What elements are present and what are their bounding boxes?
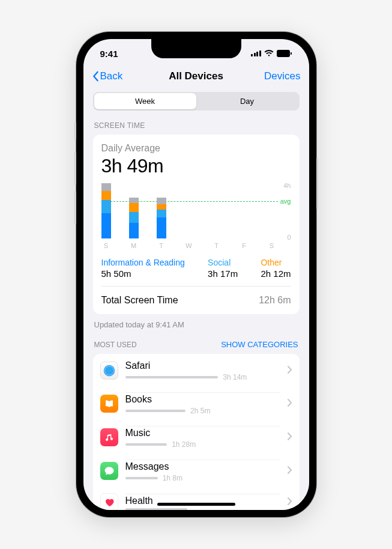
app-icon-safari [100, 362, 118, 380]
wifi-icon [264, 50, 274, 57]
chart-bar-t[interactable] [157, 198, 166, 238]
status-time: 9:41 [100, 49, 118, 59]
svg-rect-1 [291, 52, 292, 55]
screen-time-card: Daily Average 3h 49m 4h avg 0 SMTWTFS In… [93, 135, 300, 314]
app-icon-books [100, 395, 118, 413]
total-screen-time-row[interactable]: Total Screen Time 12h 6m [101, 287, 291, 314]
app-icon-messages [100, 462, 118, 480]
notch [151, 39, 241, 58]
app-name: Music [125, 428, 280, 438]
chart-day-label: S [101, 242, 111, 249]
chevron-right-icon [288, 365, 292, 376]
total-value: 12h 6m [259, 295, 291, 306]
app-usage-bar [125, 410, 186, 412]
daily-average-label: Daily Average [101, 143, 291, 154]
devices-button[interactable]: Devices [264, 70, 300, 82]
chevron-right-icon [288, 497, 292, 508]
cat-other-value: 2h 12m [261, 268, 291, 279]
chart-day-label: F [240, 242, 249, 249]
chart-ytick-bottom: 0 [287, 234, 291, 241]
phone-frame: 9:41 Back All Devices Devices Week [76, 32, 316, 517]
chart-bar-s[interactable] [101, 183, 111, 238]
app-usage-bar [125, 508, 187, 510]
category-breakdown: Information & Reading 5h 50m Social 3h 1… [101, 258, 291, 287]
chevron-right-icon [288, 432, 292, 443]
screen-time-chart[interactable]: 4h avg 0 SMTWTFS [101, 183, 291, 248]
app-usage-bar [125, 376, 219, 378]
chart-ytick-top: 4h [283, 182, 291, 189]
app-row-books[interactable]: Books 2h 5m [93, 387, 300, 420]
segment-day[interactable]: Day [196, 93, 298, 109]
app-row-safari[interactable]: Safari 3h 14m [93, 354, 300, 387]
app-row-health[interactable]: Health [93, 488, 300, 510]
svg-point-4 [104, 366, 113, 375]
chart-bar-m[interactable] [129, 198, 139, 238]
total-label: Total Screen Time [101, 295, 178, 306]
chevron-right-icon [288, 466, 292, 476]
cellular-icon [251, 50, 261, 56]
back-button[interactable]: Back [92, 70, 123, 82]
app-name: Messages [125, 461, 280, 472]
updated-time: Updated today at 9:41 AM [94, 320, 298, 329]
app-usage-bar [125, 443, 167, 446]
chevron-right-icon [288, 398, 292, 409]
app-time: 1h 8m [163, 474, 182, 482]
app-icon-health [100, 493, 118, 510]
app-time: 2h 5m [190, 407, 210, 415]
chart-day-label: M [129, 242, 139, 249]
section-label-most-used: MOST USED [94, 341, 137, 349]
cat-info-value: 5h 50m [101, 268, 185, 279]
daily-average-value: 3h 49m [101, 155, 291, 177]
app-time: 3h 14m [223, 373, 247, 381]
app-row-messages[interactable]: Messages 1h 8m [93, 454, 300, 488]
cat-social-label: Social [208, 258, 238, 267]
cat-other-label: Other [261, 258, 291, 267]
chart-avg-label: avg [280, 198, 291, 205]
most-used-list: Safari 3h 14m Books 2h 5m Music 1h 28m [93, 354, 300, 510]
chart-day-label: T [212, 242, 222, 249]
screen: 9:41 Back All Devices Devices Week [83, 39, 309, 510]
cat-info-label: Information & Reading [101, 258, 185, 267]
app-icon-music [100, 428, 118, 446]
chart-day-label: W [184, 242, 194, 249]
nav-bar: Back All Devices Devices [83, 68, 309, 88]
battery-icon [277, 50, 292, 57]
app-name: Books [125, 394, 280, 405]
app-time: 1h 28m [172, 440, 196, 449]
segment-week[interactable]: Week [94, 93, 196, 109]
app-name: Safari [125, 360, 280, 371]
home-indicator[interactable] [157, 503, 235, 506]
back-label: Back [100, 70, 123, 82]
chevron-left-icon [92, 71, 99, 82]
app-usage-bar [125, 477, 158, 479]
chart-day-label: T [157, 242, 166, 249]
svg-rect-0 [277, 50, 290, 57]
show-categories-button[interactable]: SHOW CATEGORIES [221, 340, 298, 349]
segmented-control[interactable]: Week Day [93, 92, 300, 111]
app-row-music[interactable]: Music 1h 28m [93, 420, 300, 454]
section-label-screen-time: SCREEN TIME [94, 121, 298, 130]
chart-day-label: S [267, 242, 277, 249]
cat-social-value: 3h 17m [208, 268, 238, 279]
